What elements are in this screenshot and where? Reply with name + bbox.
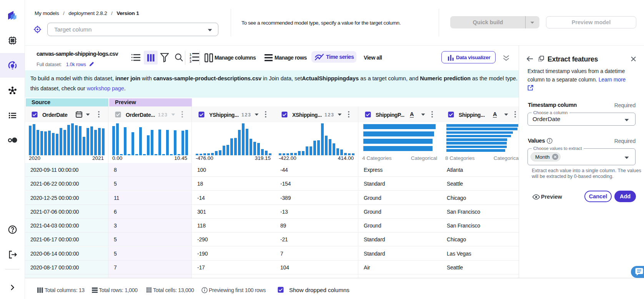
svg-text:3: 3 (190, 60, 191, 63)
